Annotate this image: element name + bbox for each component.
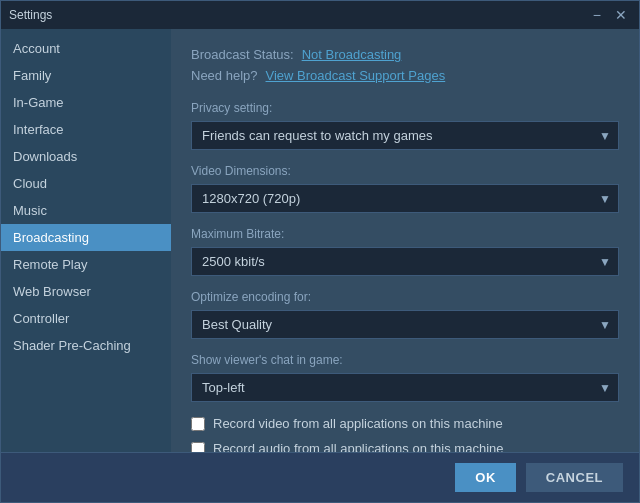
sidebar-item-account[interactable]: Account bbox=[1, 35, 171, 62]
sidebar-item-web-browser[interactable]: Web Browser bbox=[1, 278, 171, 305]
title-bar-controls: − ✕ bbox=[589, 6, 631, 24]
cancel-button[interactable]: CANCEL bbox=[526, 463, 623, 492]
sidebar-item-downloads[interactable]: Downloads bbox=[1, 143, 171, 170]
checkbox-label-record-video: Record video from all applications on th… bbox=[213, 416, 503, 431]
broadcast-status-value[interactable]: Not Broadcasting bbox=[302, 47, 402, 62]
main-panel: Broadcast Status: Not Broadcasting Need … bbox=[171, 29, 639, 452]
close-button[interactable]: ✕ bbox=[611, 6, 631, 24]
optimize-dropdown[interactable]: Best QualityBest PerformanceBalanced bbox=[191, 310, 619, 339]
checkbox-label-record-audio: Record audio from all applications on th… bbox=[213, 441, 504, 452]
sidebar-item-interface[interactable]: Interface bbox=[1, 116, 171, 143]
video-dimensions-dropdown-wrapper: 1280x720 (720p)1920x1080 (1080p)854x480 … bbox=[191, 184, 619, 213]
video-dimensions-label: Video Dimensions: bbox=[191, 164, 619, 178]
show-chat-dropdown-wrapper: Top-leftTop-rightBottom-leftBottom-right… bbox=[191, 373, 619, 402]
sidebar-item-family[interactable]: Family bbox=[1, 62, 171, 89]
checkboxes-container: Record video from all applications on th… bbox=[191, 416, 619, 452]
sidebar: AccountFamilyIn-GameInterfaceDownloadsCl… bbox=[1, 29, 171, 452]
sidebar-item-controller[interactable]: Controller bbox=[1, 305, 171, 332]
privacy-dropdown-wrapper: Friends can request to watch my gamesAny… bbox=[191, 121, 619, 150]
max-bitrate-dropdown[interactable]: 2500 kbit/s1000 kbit/s5000 kbit/s bbox=[191, 247, 619, 276]
broadcast-status-label: Broadcast Status: bbox=[191, 47, 294, 62]
show-chat-dropdown[interactable]: Top-leftTop-rightBottom-leftBottom-right… bbox=[191, 373, 619, 402]
sidebar-item-cloud[interactable]: Cloud bbox=[1, 170, 171, 197]
title-bar: Settings − ✕ bbox=[1, 1, 639, 29]
broadcast-status-row: Broadcast Status: Not Broadcasting bbox=[191, 47, 619, 62]
checkbox-record-video[interactable] bbox=[191, 417, 205, 431]
privacy-dropdown[interactable]: Friends can request to watch my gamesAny… bbox=[191, 121, 619, 150]
minimize-button[interactable]: − bbox=[589, 6, 605, 24]
help-row: Need help? View Broadcast Support Pages bbox=[191, 68, 619, 83]
content-area: AccountFamilyIn-GameInterfaceDownloadsCl… bbox=[1, 29, 639, 452]
need-help-label: Need help? bbox=[191, 68, 258, 83]
sidebar-item-music[interactable]: Music bbox=[1, 197, 171, 224]
sidebar-item-broadcasting[interactable]: Broadcasting bbox=[1, 224, 171, 251]
checkbox-row-record-audio: Record audio from all applications on th… bbox=[191, 441, 619, 452]
sidebar-item-in-game[interactable]: In-Game bbox=[1, 89, 171, 116]
checkbox-record-audio[interactable] bbox=[191, 442, 205, 453]
video-dimensions-dropdown[interactable]: 1280x720 (720p)1920x1080 (1080p)854x480 … bbox=[191, 184, 619, 213]
view-support-link[interactable]: View Broadcast Support Pages bbox=[266, 68, 446, 83]
sidebar-item-shader-pre-caching[interactable]: Shader Pre-Caching bbox=[1, 332, 171, 359]
max-bitrate-label: Maximum Bitrate: bbox=[191, 227, 619, 241]
optimize-label: Optimize encoding for: bbox=[191, 290, 619, 304]
max-bitrate-dropdown-wrapper: 2500 kbit/s1000 kbit/s5000 kbit/s ▼ bbox=[191, 247, 619, 276]
settings-window: Settings − ✕ AccountFamilyIn-GameInterfa… bbox=[0, 0, 640, 503]
privacy-label: Privacy setting: bbox=[191, 101, 619, 115]
footer: OK CANCEL bbox=[1, 452, 639, 502]
optimize-dropdown-wrapper: Best QualityBest PerformanceBalanced ▼ bbox=[191, 310, 619, 339]
window-title: Settings bbox=[9, 8, 52, 22]
ok-button[interactable]: OK bbox=[455, 463, 516, 492]
checkbox-row-record-video: Record video from all applications on th… bbox=[191, 416, 619, 431]
show-chat-label: Show viewer's chat in game: bbox=[191, 353, 619, 367]
sidebar-item-remote-play[interactable]: Remote Play bbox=[1, 251, 171, 278]
